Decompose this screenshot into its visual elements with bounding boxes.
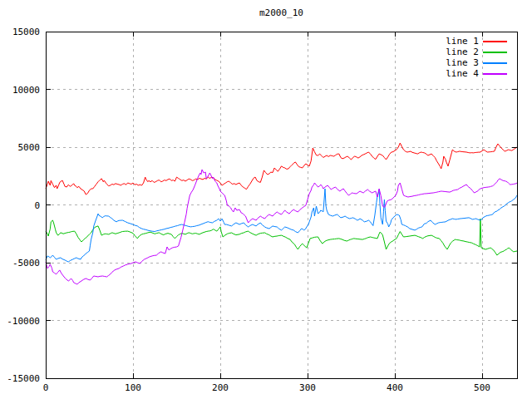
x-tick-label: 100 bbox=[125, 382, 141, 393]
y-tick-label: 5000 bbox=[18, 142, 41, 153]
legend-line-sample-purple bbox=[483, 73, 507, 75]
legend-label: line 3 bbox=[446, 57, 479, 68]
x-tick-label: 300 bbox=[299, 382, 316, 393]
legend-item-line-4: line 4 bbox=[446, 68, 507, 79]
legend-item-line-3: line 3 bbox=[446, 57, 507, 68]
y-tick-label: -5000 bbox=[12, 258, 40, 268]
series-line-2 bbox=[46, 219, 517, 255]
y-tick-label: -10000 bbox=[7, 316, 40, 327]
chart-window: 0100200300400500-15000-10000-50000500010… bbox=[0, 0, 532, 399]
y-tick-label: 0 bbox=[34, 200, 40, 211]
legend-line-sample-green bbox=[483, 52, 507, 53]
y-tick-label: -15000 bbox=[7, 373, 40, 384]
x-tick-label: 200 bbox=[212, 382, 229, 393]
series-line-4 bbox=[46, 170, 517, 284]
x-tick-label: 500 bbox=[474, 382, 490, 393]
legend-item-line-2: line 2 bbox=[446, 47, 507, 57]
series-line-3 bbox=[46, 189, 517, 262]
chart-title: m2000_10 bbox=[46, 7, 517, 18]
legend-label: line 4 bbox=[446, 68, 479, 79]
legend-line-sample-red bbox=[483, 41, 507, 42]
legend-label: line 1 bbox=[446, 36, 479, 47]
legend-line-sample-blue bbox=[483, 62, 507, 64]
legend-label: line 2 bbox=[446, 47, 479, 57]
series-line-1 bbox=[46, 143, 517, 195]
y-tick-label: 10000 bbox=[12, 85, 40, 96]
x-tick-label: 400 bbox=[387, 382, 403, 393]
y-tick-label: 15000 bbox=[12, 27, 40, 37]
x-tick-label: 0 bbox=[43, 382, 49, 393]
legend: line 1 line 2 line 3 line 4 bbox=[446, 36, 507, 79]
legend-item-line-1: line 1 bbox=[446, 36, 507, 47]
